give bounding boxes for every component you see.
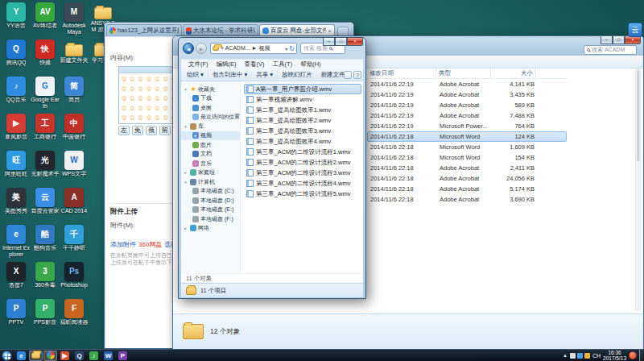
tree-expander-icon[interactable]: ▸ [183, 170, 188, 175]
file-item[interactable]: 第二章_提高绘图效率1.wmv [244, 105, 361, 115]
search-input[interactable]: 搜索 ACADM [584, 45, 637, 55]
sidebar-item[interactable]: ♪音乐 [181, 159, 240, 168]
sidebar-item[interactable]: ▾库 [181, 122, 240, 131]
emoticon-smiley-icon[interactable]: ☺ [120, 113, 128, 122]
menu-item[interactable]: 查看(V) [241, 60, 269, 68]
emoticon-smiley-icon[interactable]: ☺ [120, 84, 128, 93]
file-item[interactable]: 第二章_提高绘图效率3.wmv [244, 126, 361, 136]
desktop-icon[interactable]: WWPS文字 [60, 151, 89, 177]
sidebar-item[interactable]: ▾★收藏夹 [181, 85, 240, 94]
emoticon-smiley-icon[interactable]: ☺ [153, 113, 161, 122]
help-icon[interactable]: ? [353, 71, 361, 79]
file-item[interactable]: 第三章_ACM的二维设计流程4.wmv [244, 178, 361, 189]
desktop-icon[interactable]: MAutodesk Maya [60, 2, 89, 35]
sidebar-item[interactable]: 本地磁盘 (F:) [181, 214, 240, 224]
emoticon-smiley-icon[interactable]: ☺ [128, 113, 136, 122]
attach-link[interactable]: 360网盘 [138, 241, 162, 248]
emoticon-smiley-icon[interactable]: ☺ [145, 93, 153, 103]
close-button[interactable]: × [347, 38, 363, 46]
emoticon-category-button[interactable]: 俄 [146, 126, 157, 135]
desktop-icon[interactable]: 云百度云管家 [31, 188, 60, 214]
toolbar-button[interactable]: 组织 ▾ [183, 71, 208, 79]
table-row[interactable]: 2014/11/6 22:19Adobe Acrobat589 KB [367, 100, 567, 110]
sidebar-item[interactable]: ↓下载 [181, 94, 240, 104]
desktop-icon[interactable]: 中中国银行 [60, 114, 89, 140]
tray-status-icon[interactable] [570, 353, 576, 359]
emoticon-smiley-icon[interactable]: ☺ [153, 103, 161, 113]
desktop-icon[interactable]: 旺阿里旺旺 [2, 151, 31, 177]
browser-tab[interactable]: 大水木论坛 - 学术科研讨... [183, 24, 258, 36]
sidebar-item[interactable]: ▸网络 [181, 224, 240, 234]
taskbar-icon-media-player[interactable]: ▶ [58, 351, 72, 361]
language-indicator[interactable]: CH [592, 353, 601, 359]
emoticon-smiley-icon[interactable]: ☺ [128, 74, 136, 84]
desktop-icon[interactable]: 3360杀毒 [31, 262, 60, 288]
desktop-icon[interactable]: 光光影魔术手 [31, 151, 60, 177]
column-header[interactable]: 类型 [436, 68, 491, 78]
tree-expander-icon[interactable]: ▾ [183, 124, 188, 129]
emoticon-smiley-icon[interactable]: ☺ [145, 74, 153, 84]
maximize-button[interactable]: □ [613, 36, 625, 44]
emoticon-smiley-icon[interactable]: ☺ [153, 93, 161, 103]
sidebar-item[interactable]: 文档 [181, 150, 240, 160]
refresh-icon[interactable]: ↻ [289, 45, 295, 52]
emoticon-smiley-icon[interactable]: ☺ [161, 113, 169, 122]
emoticon-smiley-icon[interactable]: ☺ [120, 103, 128, 113]
desktop-icon[interactable]: YYY语音 [2, 2, 31, 29]
desktop-icon[interactable]: PPPS影音 [31, 299, 60, 326]
table-row[interactable]: 2014/11/6 22:19Microsoft Power...764 KB [367, 121, 567, 131]
emoticon-smiley-icon[interactable]: ☺ [128, 103, 136, 113]
file-item[interactable]: 第三章_ACM的二维设计流程5.wmv [244, 189, 361, 199]
desktop-icon[interactable]: 简简历 [60, 77, 89, 103]
taskbar-icon-internet-explorer[interactable]: e [14, 351, 28, 361]
tray-status-icon[interactable] [584, 353, 590, 359]
emoticon-category-button[interactable]: 留 [159, 126, 171, 135]
emoticon-smiley-icon[interactable]: ☺ [161, 74, 169, 84]
desktop-icon[interactable]: PsPhotoshop [60, 262, 89, 288]
sidebar-item[interactable]: 本地磁盘 (E:) [181, 205, 240, 215]
emoticon-smiley-icon[interactable]: ☺ [161, 103, 169, 113]
file-item[interactable]: 第三章_ACM的二维设计流程3.wmv [244, 168, 361, 178]
browser-tab[interactable]: 百度云 网盘-全部文件× [259, 24, 335, 36]
desktop-icon[interactable]: GGoogle Earth [31, 77, 60, 110]
emoticon-smiley-icon[interactable]: ☺ [137, 103, 145, 113]
emoticon-category-button[interactable]: 免 [132, 126, 143, 135]
sidebar-item[interactable]: 本地磁盘 (D:) [181, 196, 240, 205]
file-item[interactable]: 第一章视频讲解.wmv [244, 94, 361, 105]
desktop-icon[interactable]: AVAV终结者 [31, 2, 60, 29]
emoticon-smiley-icon[interactable]: ☺ [120, 93, 128, 103]
sidebar-item[interactable]: ▸视频 [181, 131, 240, 141]
emoticon-category-button[interactable]: 左 [118, 126, 130, 135]
table-row[interactable]: 2014/11/6 22:18Microsoft Word154 KB [367, 152, 567, 163]
table-row[interactable]: 2014/11/6 22:19Adobe Acrobat4,141 KB [367, 79, 567, 89]
file-item[interactable]: 第二章_提高绘图效率4.wmv [244, 136, 361, 147]
show-desktop-button[interactable] [639, 350, 643, 361]
emoticon-smiley-icon[interactable]: ☺ [161, 84, 169, 93]
taskbar-icon-video[interactable]: P [116, 351, 130, 361]
tab-close-icon[interactable]: × [328, 27, 332, 35]
table-row[interactable]: 2014/11/6 22:18Adobe Acrobat24,056 KB [367, 173, 567, 184]
tree-expander-icon[interactable]: ▾ [183, 180, 188, 185]
forward-button[interactable]: ▶ [196, 43, 207, 54]
column-header[interactable]: 大小 [491, 68, 536, 78]
table-row[interactable]: 2014/11/6 22:18Microsoft Word1,609 KB [367, 142, 567, 152]
desktop-icon[interactable]: 新建文件夹 [60, 39, 89, 64]
change-view-icon[interactable] [344, 71, 352, 79]
menu-item[interactable]: 编辑(E) [213, 60, 241, 68]
toolbar-button[interactable]: 共享 ▾ [252, 71, 278, 79]
emoticon-smiley-icon[interactable]: ☺ [137, 74, 145, 84]
minimize-button[interactable]: − [323, 38, 335, 46]
tree-expander-icon[interactable]: ▾ [183, 87, 188, 92]
desktop-icon[interactable]: ▶暴风影音 [2, 114, 31, 140]
emoticon-smiley-icon[interactable]: ☺ [145, 113, 153, 122]
sidebar-item[interactable]: 本地磁盘 (C:) [181, 187, 240, 197]
emoticon-smiley-icon[interactable]: ☺ [128, 93, 136, 103]
desktop-icon[interactable]: F福昕阅读器 [60, 299, 89, 326]
sidebar-item[interactable]: 图片 [181, 140, 240, 150]
file-item[interactable]: 第二章_提高绘图效率2.wmv [244, 115, 361, 126]
table-row[interactable]: 2014/11/6 22:19Adobe Acrobat7,488 KB [367, 110, 567, 121]
sidebar-item[interactable]: ▾计算机 [181, 177, 240, 187]
table-row[interactable]: 2014/11/6 22:18Adobe Acrobat2,411 KB [367, 163, 567, 173]
emoticon-smiley-icon[interactable]: ☺ [145, 103, 153, 113]
tray-status-icon[interactable] [577, 353, 583, 359]
